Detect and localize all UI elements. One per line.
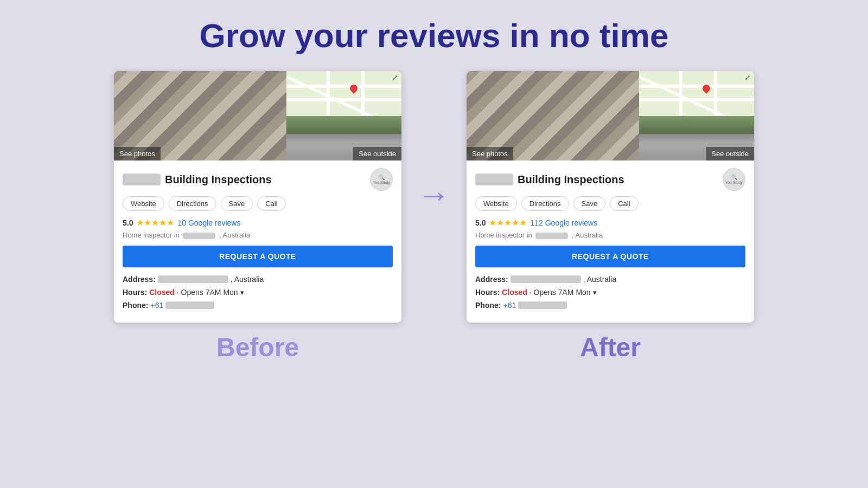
before-request-btn[interactable]: REQUEST A QUOTE [123,246,393,267]
after-location-blur [535,233,568,239]
before-map-expand[interactable]: ⤢ [392,73,398,82]
after-phone-label: Phone: [475,301,501,310]
before-title-left: Building Inspections [123,174,272,186]
before-address-row: Address: , Australia [123,275,393,284]
before-category: Home inspector in , Australia [123,231,393,239]
after-label: After [580,332,641,362]
after-blurred-name [475,174,513,185]
after-hours-dropdown[interactable]: ▾ [593,288,597,297]
before-rating-num: 5.0 [123,219,133,227]
after-photo-street: See outside [639,116,754,161]
before-btn-directions[interactable]: Directions [169,196,216,211]
before-see-photos[interactable]: See photos [114,147,161,160]
before-phone-row: Phone: +61 [123,301,393,310]
after-photo-left: See photos [467,71,639,160]
before-photo-area: See photos ⤢ [114,71,401,160]
after-photo-right: ⤢ See outside [639,71,754,160]
after-title-left: Building Inspections [475,174,624,186]
before-card: See photos ⤢ [114,71,401,323]
after-logo-icon: 🔍 [731,175,737,180]
before-logo-icon: 🔍 [379,175,385,180]
before-see-outside[interactable]: See outside [353,147,401,160]
arrow-icon: → [418,179,450,211]
before-address-suffix: , Australia [231,275,264,284]
before-location-blur [183,233,215,239]
after-title-row: Building Inspections 🔍 You Study [475,168,745,191]
before-btn-call[interactable]: Call [257,196,285,211]
before-logo: 🔍 You Study [370,168,393,191]
before-stars: ★★★★★ [136,217,174,228]
after-phone-blur [518,301,567,309]
after-map: ⤢ [639,71,754,116]
before-logo-label: You Study [373,181,390,184]
after-card: See photos ⤢ [467,71,754,323]
before-hours-row: Hours: Closed · Opens 7AM Mon ▾ [123,288,393,297]
after-closed-text: Closed [502,288,527,297]
after-card-buttons: Website Directions Save Call [475,196,745,211]
before-btn-website[interactable]: Website [123,196,164,211]
before-btn-save[interactable]: Save [221,196,253,211]
after-btn-save[interactable]: Save [573,196,606,211]
after-reviews-link[interactable]: 112 Google reviews [530,219,597,227]
after-btn-call[interactable]: Call [610,196,638,211]
before-business-name: Building Inspections [165,174,272,186]
after-address-row: Address: , Australia [475,275,745,284]
before-phone-prefix: +61 [150,301,163,310]
after-btn-website[interactable]: Website [475,196,517,211]
comparison-row: See photos ⤢ [0,71,868,362]
after-hours-label: Hours: [475,288,500,297]
arrow-section: → [401,179,467,255]
after-request-btn[interactable]: REQUEST A QUOTE [475,246,745,267]
after-see-photos[interactable]: See photos [467,147,513,160]
after-see-outside[interactable]: See outside [706,147,754,160]
before-hours-dropdown[interactable]: ▾ [240,288,244,297]
after-business-name: Building Inspections [518,174,624,186]
before-hours-detail: · Opens 7AM Mon [177,288,238,297]
page-title: Grow your reviews in no time [200,16,669,55]
after-rating-row: 5.0 ★★★★★ 112 Google reviews [475,217,745,228]
before-photo-left: See photos [114,71,286,160]
after-category: Home inspector in , Australia [475,231,745,239]
before-map: ⤢ [286,71,401,116]
before-title-row: Building Inspections 🔍 You Study [123,168,393,191]
after-address-suffix: , Australia [583,275,616,284]
after-logo: 🔍 You Study [723,168,745,191]
before-map-pin [350,85,358,94]
after-logo-label: You Study [725,181,743,184]
after-btn-directions[interactable]: Directions [521,196,569,211]
after-section: See photos ⤢ [467,71,754,362]
after-rating-num: 5.0 [475,219,486,227]
before-closed-text: Closed [149,288,175,297]
before-address-blur [158,275,228,283]
after-phone-row: Phone: +61 [475,301,745,310]
after-address-label: Address: [475,275,508,284]
after-hours-detail: · Opens 7AM Mon [529,288,591,297]
before-card-buttons: Website Directions Save Call [123,196,393,211]
after-photo-area: See photos ⤢ [467,71,754,160]
after-phone-prefix: +61 [503,301,516,310]
after-map-expand[interactable]: ⤢ [744,73,751,82]
before-label: Before [216,332,299,362]
before-section: See photos ⤢ [114,71,401,362]
after-map-pin [703,85,710,94]
before-reviews-link[interactable]: 10 Google reviews [177,219,240,227]
before-photo-street: See outside [286,116,401,161]
before-phone-label: Phone: [123,301,148,310]
after-hours-row: Hours: Closed · Opens 7AM Mon ▾ [475,288,745,297]
before-rating-row: 5.0 ★★★★★ 10 Google reviews [123,217,393,228]
before-blurred-name [123,174,161,185]
before-address-label: Address: [123,275,156,284]
before-phone-blur [165,301,214,309]
after-card-body: Building Inspections 🔍 You Study Website… [467,160,754,323]
after-stars: ★★★★★ [489,217,527,228]
before-hours-label: Hours: [123,288,147,297]
before-card-body: Building Inspections 🔍 You Study Website… [114,160,401,323]
after-address-blur [510,275,581,283]
before-photo-right: ⤢ See outside [286,71,401,160]
